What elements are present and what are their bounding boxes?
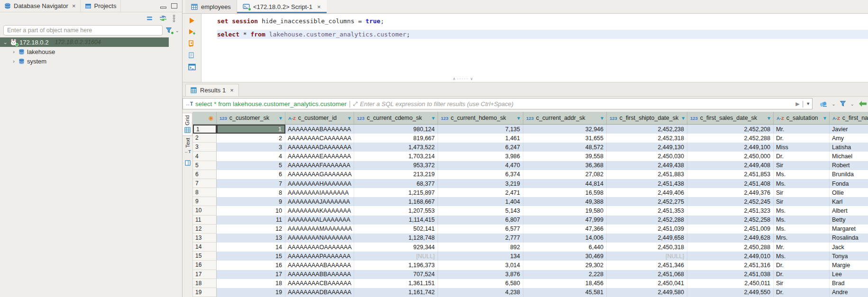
cell-c_customer_id[interactable]: AAAAAAAAMAAAAAAA [285,225,354,234]
cell-c_salutation[interactable]: Dr. [774,152,830,161]
sort-dropdown-icon[interactable]: ▼ [600,116,604,121]
cell-c_customer_id[interactable]: AAAAAAAAJAAAAAAA [285,197,354,206]
cell-c_first_shipto_date_sk[interactable]: 2,451,039 [607,225,687,234]
row-number-cell[interactable]: 2 [193,134,217,143]
cell-c_customer_sk[interactable]: 8 [217,188,285,197]
cell-c_customer_id[interactable]: AAAAAAAABBAAAAAA [285,270,354,279]
sort-dropdown-icon[interactable]: ▼ [767,116,771,121]
row-number-cell[interactable]: 17 [193,270,217,279]
cell-c_current_addr_sk[interactable]: 31,655 [523,134,607,143]
cell-c_current_addr_sk[interactable]: 30,469 [523,252,607,261]
row-number-cell[interactable]: 3 [193,143,217,152]
column-header-c_first_sales_date_sk[interactable]: 123c_first_sales_date_sk▼ [687,112,774,124]
tab-projects[interactable]: Projects [81,0,121,12]
tree-item-system[interactable]: › system [0,56,182,66]
cell-c_first_sales_date_sk[interactable]: 2,451,323 [687,206,774,215]
expand-filter-icon[interactable]: ⤢ [353,100,358,107]
panels-toggle-icon[interactable] [185,160,191,166]
cell-c_salutation[interactable]: Sir [774,279,830,288]
apply-filter-icon[interactable]: ▶ [795,101,799,107]
cell-c_customer_id[interactable]: AAAAAAAAHAAAAAAA [285,179,354,188]
cell-c_customer_sk[interactable]: 13 [217,234,285,243]
editor-tab-employees[interactable]: employees [185,0,237,13]
cell-c_salutation[interactable]: Mr. [774,125,830,134]
close-icon[interactable]: × [317,3,321,10]
cell-c_first_shipto_date_sk[interactable]: 2,450,318 [607,243,687,252]
cell-c_current_cdemo_sk[interactable]: 819,667 [354,134,438,143]
cell-c_current_cdemo_sk[interactable]: 1,703,214 [354,152,438,161]
execute-script-icon[interactable] [188,40,195,47]
cell-c_customer_id[interactable]: AAAAAAAAFAAAAAAA [285,161,354,170]
filter-chevron-down-icon[interactable]: ⌄ [175,28,179,33]
cell-c_current_hdemo_sk[interactable]: 6,807 [438,216,523,225]
sort-dropdown-icon[interactable]: ▼ [431,116,436,121]
cell-c_first_na[interactable]: Margaret [830,225,868,234]
cell-c_first_na[interactable]: Rosalinda [830,234,868,243]
cell-c_current_hdemo_sk[interactable]: 7,135 [438,125,523,134]
cell-c_current_cdemo_sk[interactable]: 1,207,553 [354,206,438,215]
maximize-view-icon[interactable] [171,3,177,9]
cell-c_current_cdemo_sk[interactable]: 1,168,667 [354,197,438,206]
cell-c_first_na[interactable]: Fonda [830,179,868,188]
filters-chevron-icon[interactable]: ⌄ [850,101,854,107]
sql-code-line[interactable]: set session hide_inaccessible_columns = … [217,17,868,26]
cell-c_customer_sk[interactable]: 16 [217,261,285,270]
tab-database-navigator[interactable]: Database Navigator × [0,0,81,12]
cell-c_first_shipto_date_sk[interactable]: 2,451,883 [607,170,687,179]
cell-c_current_hdemo_sk[interactable]: 2,777 [438,234,523,243]
cell-c_first_sales_date_sk[interactable]: 2,449,408 [687,161,774,170]
cell-c_current_addr_sk[interactable]: 2,228 [523,270,607,279]
cell-c_first_sales_date_sk[interactable]: 2,449,628 [687,234,774,243]
cell-c_first_na[interactable]: Karl [830,197,868,206]
cell-c_first_na[interactable]: Ollie [830,188,868,197]
cell-c_first_na[interactable]: Brad [830,279,868,288]
sql-code-area[interactable]: set session hide_inaccessible_columns = … [201,14,868,82]
sort-dropdown-icon[interactable]: ▼ [822,116,827,121]
filter-funnel-icon[interactable] [165,27,173,34]
cell-c_current_addr_sk[interactable]: 44,814 [523,179,607,188]
sash-down-icon[interactable]: ∨ [470,77,473,81]
cell-c_current_cdemo_sk[interactable]: 502,141 [354,225,438,234]
cell-c_current_hdemo_sk[interactable]: 4,470 [438,161,523,170]
cell-c_current_hdemo_sk[interactable]: 1,404 [438,197,523,206]
sash-up-icon[interactable]: ∧ [453,77,456,81]
row-number-cell[interactable]: 18 [193,279,217,288]
cell-c_first_sales_date_sk[interactable]: 2,451,038 [687,270,774,279]
cell-c_first_shipto_date_sk[interactable]: 2,449,406 [607,188,687,197]
cell-c_salutation[interactable]: Ms. [774,170,830,179]
cell-c_current_cdemo_sk[interactable]: 68,377 [354,179,438,188]
cell-c_customer_sk[interactable]: 17 [217,270,285,279]
cell-c_first_na[interactable]: Albert [830,206,868,215]
cell-c_salutation[interactable]: Ms. [774,225,830,234]
cell-c_current_hdemo_sk[interactable]: 892 [438,243,523,252]
column-header-c_current_hdemo_sk[interactable]: 123c_current_hdemo_sk▼ [438,112,523,124]
erase-filter-icon[interactable] [819,100,828,107]
cell-c_customer_id[interactable]: AAAAAAAAPAAAAAAA [285,252,354,261]
cell-c_first_na[interactable]: Betty [830,216,868,225]
cell-c_first_na[interactable]: Latisha [830,143,868,152]
cell-c_first_sales_date_sk[interactable]: 2,450,011 [687,279,774,288]
cell-c_customer_id[interactable]: AAAAAAAANAAAAAAA [285,234,354,243]
close-icon[interactable]: × [230,87,234,94]
cell-c_salutation[interactable]: Ms. [774,216,830,225]
explain-plan-icon[interactable] [188,52,195,59]
cell-c_salutation[interactable]: Ms. [774,206,830,215]
filters-funnel-icon[interactable] [840,100,847,107]
cell-c_salutation[interactable]: Mr. [774,243,830,252]
cell-c_current_addr_sk[interactable]: 27,082 [523,170,607,179]
cell-c_current_cdemo_sk[interactable]: 213,219 [354,170,438,179]
cell-c_current_addr_sk[interactable]: 39,558 [523,152,607,161]
row-number-cell[interactable]: 14 [193,243,217,252]
sort-dropdown-icon[interactable]: ▼ [347,116,352,121]
cell-c_current_cdemo_sk[interactable]: 953,372 [354,161,438,170]
cell-c_current_hdemo_sk[interactable]: 3,014 [438,261,523,270]
cell-c_first_sales_date_sk[interactable]: 2,449,010 [687,252,774,261]
cell-c_current_cdemo_sk[interactable]: 1,361,151 [354,279,438,288]
tree-item-lakehouse[interactable]: › lakehouse [0,47,182,56]
previous-results-arrow-icon[interactable] [858,100,867,107]
splitter-grip[interactable]: ∧ ····· ∨ [453,76,473,81]
cell-c_first_shipto_date_sk[interactable]: 2,452,288 [607,216,687,225]
cell-c_salutation[interactable]: Ms. [774,252,830,261]
cell-c_current_cdemo_sk[interactable]: 929,344 [354,243,438,252]
cell-c_current_addr_sk[interactable]: 6,440 [523,243,607,252]
